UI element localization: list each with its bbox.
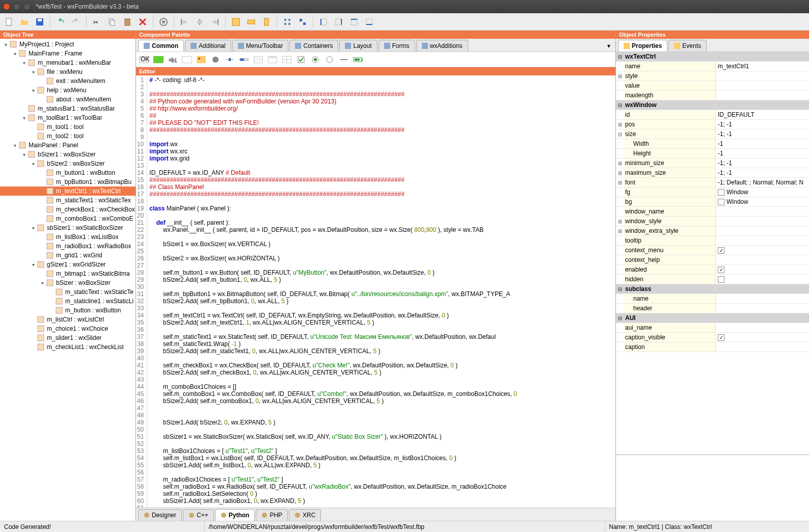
prop-row[interactable]: tooltip [616, 236, 809, 246]
expand-icon[interactable]: ⊞ [616, 122, 624, 127]
prop-tab-properties[interactable]: Properties [618, 40, 667, 51]
prop-value[interactable] [716, 207, 809, 216]
tree-item[interactable]: m_slider1 : wxSlider [0, 333, 136, 342]
prop-value[interactable] [716, 342, 809, 352]
prop-value[interactable]: -1; -1 [716, 158, 809, 168]
prop-row[interactable]: caption_visible✓ [616, 333, 809, 342]
align-right-button[interactable] [208, 15, 222, 29]
border-top-button[interactable] [347, 15, 361, 29]
text-ctrl-widget[interactable] [181, 54, 193, 65]
checkbox-icon[interactable]: ✓ [718, 267, 724, 273]
code-editor[interactable]: 1234567891011121314151617181920212223242… [136, 75, 615, 508]
prop-row[interactable]: ⊟subclass [616, 284, 809, 294]
tree-item[interactable]: m_tool2 : tool [0, 131, 136, 141]
tree-item[interactable]: ▾m_menubar1 : wxMenuBar [0, 58, 136, 67]
expand-icon[interactable]: ⊞ [616, 161, 624, 166]
prop-row[interactable]: ⊞minimum_size-1; -1 [616, 158, 809, 168]
ok-widget-button[interactable]: OK [138, 54, 150, 65]
line-widget[interactable] [338, 54, 350, 65]
radio-widget[interactable] [309, 54, 321, 65]
prop-value[interactable] [716, 91, 809, 100]
cut-button[interactable]: ✂ [90, 15, 104, 29]
prop-value[interactable]: Window [716, 188, 809, 197]
prop-row[interactable]: window_name [616, 207, 809, 217]
checkbox-icon[interactable]: ✓ [718, 334, 724, 341]
tree-item[interactable]: m_statusBar1 : wxStatusBar [0, 104, 136, 113]
expand-icon[interactable]: ⊟ [616, 315, 624, 321]
tree-item[interactable]: ▾MainPanel : Panel [0, 141, 136, 150]
expand-icon[interactable]: ⊞ [616, 180, 624, 185]
bitmap-button-widget[interactable] [152, 54, 165, 65]
paste-button[interactable] [120, 15, 134, 29]
tree-item[interactable]: m_listCtrl : wxListCtrl [0, 315, 136, 324]
tree-item[interactable]: ▾MyProject1 : Project [0, 40, 136, 49]
designer-tab-designer[interactable]: Designer [138, 509, 182, 521]
expand-icon[interactable]: ⊞ [616, 228, 624, 234]
prop-value[interactable] [716, 217, 809, 226]
prop-row[interactable]: context_menu✓ [616, 246, 809, 255]
minimize-icon[interactable] [13, 3, 20, 10]
prop-row[interactable]: ⊟wxWindow [616, 100, 809, 110]
prop-row[interactable]: ⊞style [616, 71, 809, 81]
close-icon[interactable] [3, 3, 10, 10]
prop-value[interactable] [716, 255, 809, 264]
prop-value[interactable] [716, 304, 809, 313]
prop-row[interactable]: idID_DEFAULT [616, 110, 809, 120]
move-up-button[interactable] [280, 15, 294, 29]
delete-button[interactable] [136, 15, 150, 29]
prop-value[interactable]: -1; -1 [716, 168, 809, 177]
border-left-button[interactable] [316, 15, 331, 29]
designer-tab-xrc[interactable]: XRC [289, 509, 321, 521]
tree-item[interactable]: m_bitmap1 : wxStaticBitma [0, 269, 136, 278]
listctrl-widget[interactable] [266, 54, 279, 65]
checkbox-icon[interactable] [718, 276, 724, 283]
tree-item[interactable]: m_tool1 : tool [0, 122, 136, 131]
tree-item[interactable]: ▾gSizer1 : wxGridSizer [0, 260, 136, 269]
checkbox-widget[interactable] [295, 54, 307, 65]
prop-row[interactable]: ⊟size-1; -1 [616, 129, 809, 139]
palette-tab-additional[interactable]: Additional [185, 40, 231, 51]
move-down-button[interactable] [295, 15, 310, 29]
gauge-widget[interactable] [238, 54, 250, 65]
static-text-widget[interactable]: ab̲c̲ [167, 54, 179, 65]
prop-row[interactable]: ⊞font-1; Default; ; Normal; Normal; N [616, 178, 809, 188]
tree-item[interactable]: about : wxMenuItem [0, 95, 136, 104]
prop-row[interactable]: enabled✓ [616, 265, 809, 275]
prop-tab-events[interactable]: Events [668, 40, 707, 51]
property-grid[interactable]: ⊟wxTextCtrlnamem_textCtrl1⊞stylevaluemax… [616, 52, 809, 455]
palette-tab-layout[interactable]: Layout [339, 40, 377, 51]
palette-tab-containers[interactable]: Containers [289, 40, 338, 51]
prop-value[interactable]: ✓ [716, 333, 809, 342]
grid-widget[interactable] [281, 54, 293, 65]
prop-row[interactable]: value [616, 81, 809, 91]
listbox-widget[interactable] [252, 54, 264, 65]
tree-item[interactable]: m_button : wxButton [0, 306, 136, 315]
prop-row[interactable]: ⊞window_style [616, 217, 809, 226]
palette-tab-forms[interactable]: Forms [379, 40, 415, 51]
tree-item[interactable]: ▾help : wxMenu [0, 86, 136, 95]
prop-row[interactable]: caption [616, 342, 809, 352]
tree-item[interactable]: m_listBox1 : wxListBox [0, 232, 136, 242]
slider-widget[interactable] [224, 54, 236, 65]
designer-tab-python[interactable]: Python [215, 509, 255, 521]
tree-item[interactable]: m_choice1 : wxChoice [0, 324, 136, 333]
tree-item[interactable]: ▾m_toolBar1 : wxToolBar [0, 113, 136, 122]
prop-row[interactable]: ⊟wxTextCtrl [616, 52, 809, 62]
maximize-icon[interactable] [23, 3, 31, 10]
prop-row[interactable]: header [616, 304, 809, 313]
palette-tab-common[interactable]: Common [138, 40, 184, 51]
expand-icon[interactable]: ⊞ [616, 170, 624, 176]
tree-item[interactable]: ▾bSizer1 : wxBoxSizer [0, 150, 136, 159]
stretch-button[interactable] [244, 15, 258, 29]
align-left-button[interactable] [177, 15, 192, 29]
prop-row[interactable]: namem_textCtrl1 [616, 62, 809, 71]
generate-button[interactable] [156, 15, 171, 29]
tree-item[interactable]: ▾file : wxMenu [0, 67, 136, 76]
prop-row[interactable]: bgWindow [616, 197, 809, 207]
prop-value[interactable] [716, 81, 809, 90]
tree-item[interactable]: m_comboBox1 : wxComboE [0, 214, 136, 223]
prop-row[interactable]: ⊞maximum_size-1; -1 [616, 168, 809, 178]
prop-row[interactable]: ⊞window_extra_style [616, 226, 809, 236]
expand-icon[interactable]: ⊞ [616, 219, 624, 224]
tree-item[interactable]: m_grid1 : wxGrid [0, 251, 136, 260]
